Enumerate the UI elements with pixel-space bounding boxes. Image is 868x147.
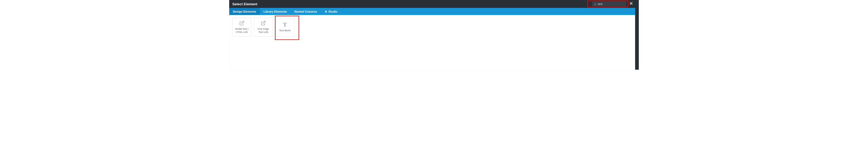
external-link-icon [239, 21, 244, 26]
card-label: Text Block [279, 29, 290, 32]
tab-label: Design Elements [233, 10, 256, 13]
header-right-controls [592, 0, 633, 8]
tab-studio[interactable]: Studio [321, 8, 341, 15]
modal-header: Select Element [229, 0, 639, 8]
search-input[interactable] [598, 2, 625, 5]
tab-label: Studio [329, 10, 337, 13]
elements-grid: Modal Text / HTML Link One Page Text Lin… [229, 15, 639, 39]
external-link-icon [261, 21, 266, 26]
svg-line-5 [241, 21, 244, 24]
svg-point-0 [594, 3, 596, 5]
tab-label: Nested Columns [294, 10, 317, 13]
search-icon [594, 2, 597, 5]
tab-bar: Design Elements Library Elements Nested … [229, 8, 639, 15]
svg-marker-4 [325, 10, 327, 12]
tab-nested-columns[interactable]: Nested Columns [291, 8, 321, 15]
svg-line-1 [596, 5, 596, 5]
card-text-block[interactable]: T Text Block [275, 18, 294, 36]
search-field-wrap[interactable] [592, 1, 626, 6]
card-label: Modal Text / HTML Link [234, 27, 250, 34]
text-icon: T [282, 22, 287, 27]
tab-design-elements[interactable]: Design Elements [229, 8, 260, 15]
studio-icon [324, 10, 328, 13]
svg-line-6 [263, 21, 265, 24]
close-icon [629, 2, 633, 6]
tab-library-elements[interactable]: Library Elements [260, 8, 291, 15]
card-modal-text-html-link[interactable]: Modal Text / HTML Link [232, 18, 251, 36]
vertical-scrollbar[interactable] [635, 0, 639, 70]
card-label: One Page Text Link [255, 27, 272, 34]
modal-title: Select Element [232, 2, 257, 6]
close-button[interactable] [629, 2, 633, 6]
card-one-page-text-link[interactable]: One Page Text Link [254, 18, 273, 36]
tab-label: Library Elements [264, 10, 287, 13]
